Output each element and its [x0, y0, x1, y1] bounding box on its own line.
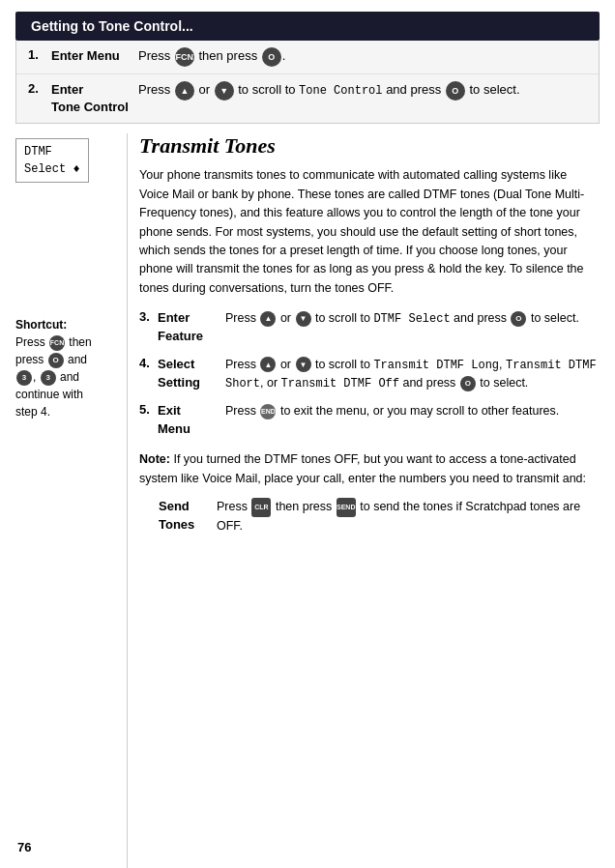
- up-icon-1: ▲: [175, 81, 194, 101]
- note-text: Note: If you turned the DTMF tones OFF, …: [139, 450, 600, 488]
- num3-icon-1: 3: [16, 370, 32, 386]
- send-desc: Press CLR then press SEND to send the to…: [217, 498, 600, 535]
- header-bar: Getting to Tone Control...: [15, 12, 600, 41]
- main-content: DTMF Select ♦ Shortcut: Press FCN then p…: [15, 133, 600, 868]
- down-icon-1: ▼: [215, 81, 234, 101]
- dtmf-select-mono: DTMF Select: [373, 312, 450, 326]
- getting-row-1: 1. Enter Menu Press FCN then press O.: [16, 41, 599, 74]
- step-label-1: Enter Menu: [51, 47, 138, 65]
- dtmf-box: DTMF Select ♦: [15, 138, 89, 183]
- body-text: Your phone transmits tones to communicat…: [139, 166, 600, 298]
- step-5-desc: Press END to exit the menu, or you may s…: [225, 402, 600, 420]
- step-3-desc: Press ▲ or ▼ to scroll to DTMF Select an…: [225, 309, 600, 328]
- send-label: SendTones: [159, 498, 217, 535]
- step-desc-2: Press ▲ or ▼ to scroll to Tone Control a…: [138, 81, 587, 101]
- steps-table: 3. EnterFeature Press ▲ or ▼ to scroll t…: [139, 309, 600, 439]
- getting-table: 1. Enter Menu Press FCN then press O. 2.…: [15, 41, 600, 124]
- ok-icon-4: O: [511, 311, 526, 327]
- step-num-1: 1.: [28, 47, 47, 62]
- step-3-num: 3.: [139, 309, 155, 324]
- step-4-num: 4.: [139, 356, 155, 370]
- ok-icon-5: O: [460, 376, 476, 391]
- shortcut-section: Shortcut: Press FCN then press O and 3, …: [15, 316, 117, 420]
- transmit-long-mono: Transmit DTMF Long: [373, 359, 499, 372]
- page-number: 76: [17, 840, 31, 854]
- tone-control-mono: Tone Control: [299, 84, 382, 98]
- send-icon: SEND: [337, 498, 356, 517]
- right-content: Transmit Tones Your phone transmits tone…: [127, 133, 600, 868]
- dtmf-line1: DTMF: [24, 145, 52, 159]
- section-title: Transmit Tones: [139, 133, 600, 159]
- sidebar: DTMF Select ♦ Shortcut: Press FCN then p…: [15, 133, 127, 868]
- getting-row-2: 2. EnterTone Control Press ▲ or ▼ to scr…: [16, 74, 599, 123]
- step-num-2: 2.: [28, 81, 47, 96]
- up-icon-2: ▲: [260, 311, 276, 327]
- down-icon-2: ▼: [296, 311, 311, 327]
- step-row-5: 5. ExitMenu Press END to exit the menu, …: [139, 402, 600, 439]
- ok-icon-1: O: [262, 47, 281, 67]
- note-content: If you turned the DTMF tones OFF, but yo…: [139, 452, 586, 484]
- header-title: Getting to Tone Control...: [31, 18, 193, 34]
- ok-icon-2: O: [446, 81, 465, 101]
- shortcut-title: Shortcut:: [15, 318, 67, 332]
- step-5-num: 5.: [139, 402, 155, 417]
- step-label-2: EnterTone Control: [51, 81, 138, 116]
- fcn-icon-2: FCN: [49, 335, 65, 351]
- step-desc-1: Press FCN then press O.: [138, 47, 587, 67]
- step-row-3: 3. EnterFeature Press ▲ or ▼ to scroll t…: [139, 309, 600, 346]
- up-icon-3: ▲: [260, 357, 276, 372]
- ok-icon-3: O: [48, 353, 64, 368]
- send-row: SendTones Press CLR then press SEND to s…: [159, 498, 600, 535]
- dtmf-icon: ♦: [73, 162, 79, 176]
- step-3-label: EnterFeature: [158, 309, 225, 346]
- step-row-4: 4. SelectSetting Press ▲ or ▼ to scroll …: [139, 356, 600, 393]
- dtmf-line2: Select: [24, 162, 66, 176]
- clr-icon: CLR: [251, 498, 271, 517]
- step-4-label: SelectSetting: [158, 356, 225, 392]
- transmit-off-mono: Transmit DTMF Off: [281, 377, 399, 391]
- step-4-desc: Press ▲ or ▼ to scroll to Transmit DTMF …: [225, 356, 600, 393]
- num3-icon-2: 3: [41, 370, 56, 386]
- note-bold: Note:: [139, 452, 170, 466]
- fcn-icon: FCN: [175, 47, 194, 67]
- down-icon-3: ▼: [296, 357, 311, 372]
- step-5-label: ExitMenu: [158, 402, 225, 439]
- end-icon: END: [260, 404, 276, 420]
